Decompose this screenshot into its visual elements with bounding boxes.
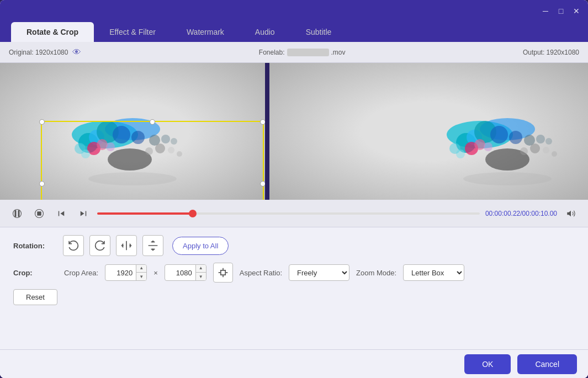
crop-height-input[interactable] [165, 269, 195, 277]
crop-height-input-group: ▲ ▼ [165, 264, 206, 281]
title-bar-controls: ─ □ ✕ [541, 6, 581, 16]
reset-row: Reset [13, 289, 575, 305]
skip-back-button[interactable] [53, 205, 70, 222]
original-info: Original: 1920x1080 👁 [9, 47, 81, 57]
svg-point-13 [108, 148, 152, 171]
controls-section: Rotation: [0, 227, 588, 349]
eye-icon[interactable]: 👁 [72, 47, 81, 57]
svg-point-8 [161, 135, 170, 143]
center-crop-button[interactable] [213, 263, 233, 283]
flip-h-icon [121, 240, 132, 251]
crop-width-down-button[interactable]: ▼ [136, 273, 146, 281]
svg-rect-42 [15, 210, 17, 217]
x-separator: × [153, 269, 158, 277]
video-divider [265, 63, 269, 200]
close-button[interactable]: ✕ [571, 6, 581, 16]
svg-point-36 [530, 143, 540, 153]
svg-rect-45 [37, 211, 41, 216]
crop-width-input[interactable] [105, 269, 136, 277]
dots-svg-left [0, 63, 265, 200]
apply-to-all-button[interactable]: Apply to All [172, 237, 229, 255]
flip-vertical-button[interactable] [142, 235, 163, 256]
dots-svg-right [269, 63, 588, 200]
tab-rotate-crop[interactable]: Rotate & Crop [11, 22, 94, 42]
video-info-bar: Original: 1920x1080 👁 Fonelab: ████████ … [0, 42, 588, 63]
skip-forward-button[interactable] [75, 205, 92, 222]
progress-track[interactable] [97, 212, 480, 215]
crop-width-up-button[interactable]: ▲ [136, 264, 146, 273]
svg-point-11 [97, 139, 108, 150]
aspect-ratio-label: Aspect Ratio: [240, 269, 282, 277]
svg-point-19 [75, 143, 86, 154]
aspect-ratio-select[interactable]: Freely 16:9 4:3 1:1 9:16 [289, 264, 349, 281]
svg-point-17 [177, 151, 182, 157]
rotate-ccw-icon [68, 240, 79, 251]
cancel-button[interactable]: Cancel [517, 354, 577, 374]
svg-point-35 [520, 147, 528, 155]
volume-button[interactable] [563, 205, 579, 222]
stop-button[interactable] [31, 205, 47, 222]
svg-rect-50 [86, 211, 87, 216]
crop-label: Crop: [13, 269, 57, 277]
svg-point-32 [474, 139, 485, 150]
ok-button[interactable]: OK [464, 354, 511, 374]
flip-horizontal-button[interactable] [116, 235, 137, 256]
svg-point-15 [155, 143, 165, 153]
svg-marker-49 [81, 211, 84, 216]
skip-back-icon [56, 209, 66, 219]
crop-row: Crop: Crop Area: ▲ ▼ × ▲ ▼ [13, 263, 575, 283]
crop-area-label: Crop Area: [64, 269, 98, 277]
svg-rect-52 [221, 270, 225, 275]
rotation-row: Rotation: [13, 235, 575, 256]
flip-v-icon [147, 240, 158, 251]
progress-thumb[interactable] [189, 210, 197, 217]
progress-fill [97, 212, 193, 215]
svg-point-12 [106, 142, 115, 151]
svg-point-40 [449, 143, 460, 154]
zoom-mode-label: Zoom Mode: [356, 269, 396, 277]
filename-info: Fonelab: ████████ .mov [259, 49, 346, 56]
zoom-mode-select[interactable]: Letter Box Pan & Scan Full [403, 264, 464, 281]
svg-point-41 [463, 172, 552, 185]
crop-height-up-button[interactable]: ▲ [196, 264, 206, 273]
svg-rect-43 [18, 210, 20, 217]
crop-height-down-button[interactable]: ▼ [196, 273, 206, 281]
maximize-button[interactable]: □ [556, 6, 566, 16]
volume-icon [566, 209, 576, 219]
svg-point-44 [13, 209, 22, 217]
pause-button[interactable] [9, 205, 25, 222]
time-display: 00:00:00.22/00:00:10.00 [485, 210, 557, 217]
svg-marker-47 [61, 211, 65, 216]
svg-point-5 [113, 126, 130, 143]
rotate-cw-button[interactable] [89, 235, 110, 256]
video-thumb-left [0, 63, 265, 200]
preview-area [0, 63, 588, 200]
svg-marker-51 [567, 210, 571, 216]
tab-watermark[interactable]: Watermark [171, 22, 240, 42]
title-bar: ─ □ ✕ [0, 0, 588, 22]
minimize-button[interactable]: ─ [541, 6, 550, 16]
tab-effect-filter[interactable]: Effect & Filter [94, 22, 171, 42]
svg-point-29 [536, 135, 545, 143]
rotation-label: Rotation: [13, 242, 57, 250]
rotate-ccw-button[interactable] [63, 235, 84, 256]
svg-point-14 [145, 147, 153, 155]
svg-point-33 [484, 142, 492, 151]
svg-point-37 [543, 147, 549, 153]
crop-width-input-group: ▲ ▼ [105, 264, 147, 281]
tab-subtitle[interactable]: Subtitle [290, 22, 347, 42]
filename-ext: .mov [331, 49, 346, 56]
filename-blur: ████████ [287, 49, 329, 56]
stop-icon [34, 209, 44, 219]
svg-point-9 [171, 138, 177, 145]
svg-point-20 [88, 172, 177, 185]
svg-point-27 [509, 131, 522, 144]
skip-forward-icon [78, 209, 88, 219]
tab-audio[interactable]: Audio [240, 22, 290, 42]
footer: OK Cancel [0, 349, 588, 378]
svg-point-38 [552, 151, 557, 157]
center-crop-icon [218, 267, 229, 278]
svg-point-26 [490, 126, 508, 143]
rotate-cw-icon [94, 240, 105, 251]
reset-button[interactable]: Reset [13, 289, 57, 305]
